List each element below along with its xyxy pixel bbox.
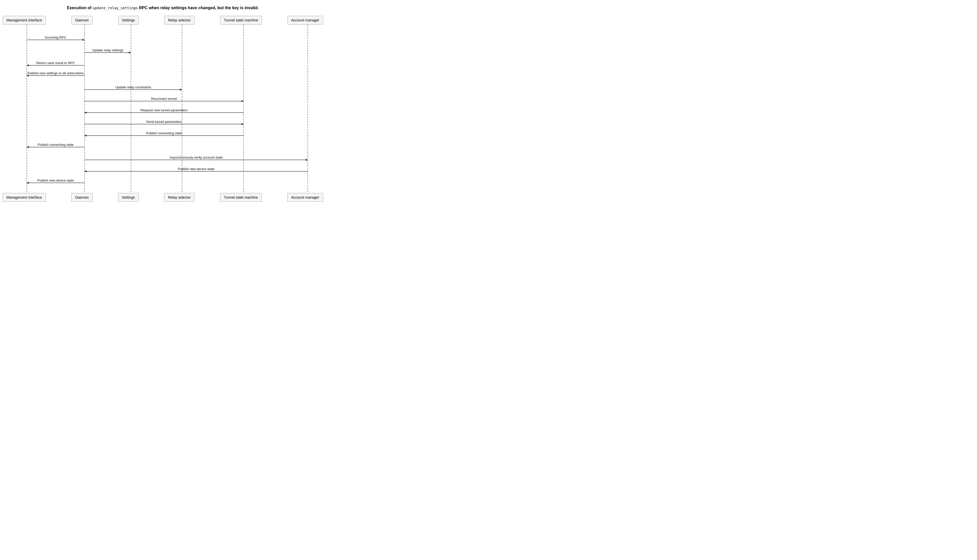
svg-marker-22 — [242, 100, 244, 102]
svg-text:Publish new device state: Publish new device state — [37, 178, 74, 182]
bottom-actors-row: Management interfaceDaemonSettingsRelay … — [3, 193, 323, 202]
messages-svg: Incoming RPCUpdate relay settingsReturn … — [3, 25, 323, 193]
bottom-actor-account: Account manager — [287, 193, 323, 202]
svg-marker-40 — [85, 170, 87, 172]
svg-marker-31 — [85, 135, 87, 137]
svg-text:Return save result to RPC: Return save result to RPC — [36, 61, 75, 65]
svg-marker-16 — [27, 75, 29, 77]
sequence-area: Incoming RPCUpdate relay settingsReturn … — [3, 25, 323, 193]
bottom-actor-tunnel: Tunnel state machine — [220, 193, 262, 202]
svg-text:Publish connecting state: Publish connecting state — [38, 143, 74, 147]
svg-marker-19 — [180, 88, 182, 91]
svg-marker-10 — [129, 52, 131, 53]
bottom-actor-settings: Settings — [118, 193, 139, 202]
svg-text:Asynchronously verify account : Asynchronously verify account state — [170, 155, 223, 159]
diagram-title: Execution of update_relay_settings RPC w… — [3, 5, 323, 11]
actor-mgmt: Management interface — [3, 16, 46, 25]
svg-marker-7 — [82, 39, 85, 41]
top-actors-row: Management interfaceDaemonSettingsRelay … — [3, 16, 323, 25]
svg-marker-34 — [27, 146, 29, 148]
lifelines-svg — [3, 25, 323, 193]
svg-marker-25 — [85, 112, 87, 113]
actor-settings: Settings — [118, 16, 139, 25]
svg-text:Publish new device state: Publish new device state — [178, 167, 214, 171]
actor-relay: Relay selector — [164, 16, 194, 25]
actor-account: Account manager — [287, 16, 323, 25]
svg-marker-37 — [306, 159, 308, 161]
svg-marker-28 — [242, 123, 244, 125]
svg-text:Incoming RPC: Incoming RPC — [45, 35, 67, 39]
actor-daemon: Daemon — [71, 16, 92, 25]
svg-text:Publish new settings to all su: Publish new settings to all subscribers — [28, 71, 84, 75]
svg-text:Publish connecting state: Publish connecting state — [146, 131, 182, 135]
svg-marker-43 — [27, 182, 29, 184]
title-code: update_relay_settings — [92, 6, 138, 10]
bottom-actor-mgmt: Management interface — [3, 193, 46, 202]
svg-marker-13 — [27, 64, 29, 67]
title-prefix: Execution of update_relay_settings RPC w… — [67, 6, 259, 10]
svg-text:Update relay settings: Update relay settings — [92, 48, 124, 52]
diagram-container: Execution of update_relay_settings RPC w… — [0, 0, 326, 204]
bottom-actor-relay: Relay selector — [164, 193, 194, 202]
svg-text:Send tunnel parameters: Send tunnel parameters — [146, 120, 182, 123]
actor-tunnel: Tunnel state machine — [220, 16, 262, 25]
svg-text:Request new tunnel parameters: Request new tunnel parameters — [141, 108, 188, 112]
svg-text:Update relay constraints: Update relay constraints — [115, 85, 151, 89]
svg-text:Reconnect tunnel: Reconnect tunnel — [151, 97, 177, 101]
bottom-actor-daemon: Daemon — [71, 193, 92, 202]
